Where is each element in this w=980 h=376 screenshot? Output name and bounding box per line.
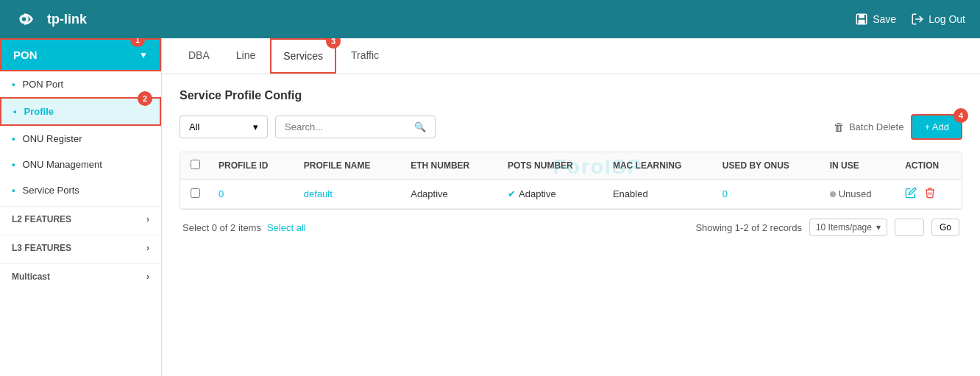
col-profile-name: PROFILE NAME [295,152,402,180]
col-checkbox [180,152,210,180]
sidebar-item-profile[interactable]: 2 • Profile [0,97,161,126]
logout-label: Log Out [928,13,965,25]
header: tp-link Save Log Out [0,0,980,38]
svg-rect-3 [859,14,865,18]
row-action [896,180,962,209]
svg-rect-4 [859,20,865,24]
toolbar-left: All ▾ 🔍 [180,116,436,138]
col-action: ACTION [896,152,962,180]
tab-line-label: Line [236,49,255,61]
filter-chevron-icon: ▾ [253,121,258,132]
profile-name-link[interactable]: default [304,188,333,199]
svg-point-1 [22,17,26,21]
col-eth-number: ETH NUMBER [402,152,499,180]
used-by-onus-link[interactable]: 0 [722,188,728,199]
data-table: PROFILE ID PROFILE NAME ETH NUMBER POTS … [180,152,962,210]
sidebar-item-pon-port[interactable]: • PON Port [0,71,161,97]
row-eth-number: Adaptive [402,180,499,209]
footer-right: Showing 1-2 of 2 records 10 Items/page ▾… [695,219,959,236]
tab-line[interactable]: Line [224,39,267,73]
l2-features-label: L2 FEATURES [12,214,71,224]
logo-text: tp-link [47,12,87,27]
pots-checkmark-icon: ✔ [508,188,516,199]
items-per-page-value: 10 Items/page [816,222,872,233]
sidebar-item-label: ONU Register [23,133,82,144]
search-box: 🔍 [275,116,436,138]
row-checkbox-cell [180,180,210,209]
tab-dba-label: DBA [188,49,210,61]
table-footer: Select 0 of 2 items Select all Showing 1… [180,210,962,245]
main-content: DBA Line 3 Services Traffic ForoISP Serv… [162,38,980,376]
row-profile-id: 0 [210,180,295,209]
sidebar-section-l3[interactable]: L3 FEATURES › [0,235,161,260]
showing-text: Showing 1-2 of 2 records [695,222,802,233]
sidebar-item-label: Profile [24,106,54,117]
sidebar-item-onu-register[interactable]: • ONU Register [0,126,161,152]
trash-icon: 🗑 [834,121,845,133]
dot-icon: • [12,79,15,90]
search-icon: 🔍 [414,121,426,132]
tab-traffic[interactable]: Traffic [339,39,391,73]
sidebar-item-label: ONU Management [23,159,102,170]
chevron-right-icon: › [146,272,149,282]
go-button[interactable]: Go [931,219,959,236]
sidebar-item-onu-management[interactable]: • ONU Management [0,152,161,177]
multicast-label: Multicast [12,272,50,282]
main-layout: 1 PON ▼ • PON Port 2 • Profile • ONU Reg… [0,38,980,376]
dot-icon: • [12,185,15,196]
row-mac-learning: Enabled [604,180,714,209]
table-row: 0 default Adaptive ✔ Adaptive [180,180,962,209]
sidebar-section-multicast[interactable]: Multicast › [0,263,161,289]
batch-delete-button[interactable]: 🗑 Batch Delete [834,121,903,133]
logo: tp-link [15,6,87,32]
batch-delete-label: Batch Delete [849,121,903,132]
dot-icon: • [13,106,17,117]
page-number-input[interactable] [895,219,924,236]
col-profile-id: PROFILE ID [210,152,295,180]
row-in-use: Unused [821,180,896,209]
col-used-by-onus: USED BY ONUS [714,152,821,180]
sidebar-item-label: Service Ports [23,185,79,196]
tp-link-logo-icon [15,6,41,32]
add-button[interactable]: 4 + Add [911,114,962,140]
tab-services[interactable]: 3 Services [270,38,336,74]
row-profile-name: default [295,180,402,209]
action-icons [905,187,953,201]
col-mac-learning: MAC LEARNING [604,152,714,180]
filter-dropdown[interactable]: All ▾ [180,116,268,138]
profile-id-link[interactable]: 0 [219,188,224,199]
row-checkbox[interactable] [191,188,200,198]
toolbar-right: 🗑 Batch Delete 4 + Add [834,114,962,140]
toolbar: All ▾ 🔍 🗑 Batch Delete 4 + Ad [180,114,962,140]
tab-traffic-label: Traffic [351,49,379,61]
delete-icon[interactable] [924,187,936,201]
add-button-badge: 4 [954,108,968,123]
search-input[interactable] [285,121,408,132]
edit-icon[interactable] [905,187,917,201]
tab-services-badge: 3 [326,38,341,49]
filter-value: All [189,121,199,132]
save-label: Save [873,13,896,25]
tabs-bar: DBA Line 3 Services Traffic [162,38,980,74]
sidebar-dropdown-label: PON [13,49,38,61]
col-in-use: IN USE [821,152,896,180]
sidebar-dropdown-badge: 1 [130,38,145,47]
select-count: Select 0 of 2 items [182,222,261,233]
page-title: Service Profile Config [180,89,962,102]
items-per-page-dropdown[interactable]: 10 Items/page ▾ [809,219,887,236]
footer-left: Select 0 of 2 items Select all [182,222,306,233]
table-header-row: PROFILE ID PROFILE NAME ETH NUMBER POTS … [180,152,962,180]
select-all-link[interactable]: Select all [267,222,306,233]
chevron-down-icon: ▾ [876,222,881,233]
logout-button[interactable]: Log Out [911,13,965,26]
select-all-checkbox[interactable] [191,160,200,169]
sidebar-dropdown-pon[interactable]: 1 PON ▼ [0,38,161,71]
sidebar-item-service-ports[interactable]: • Service Ports [0,177,161,203]
tab-dba[interactable]: DBA [177,39,221,73]
in-use-dot [830,191,836,197]
sidebar-section-l2[interactable]: L2 FEATURES › [0,206,161,232]
sidebar: 1 PON ▼ • PON Port 2 • Profile • ONU Reg… [0,38,162,376]
add-label: + Add [924,121,949,132]
chevron-down-icon: ▼ [139,50,148,60]
save-button[interactable]: Save [855,13,896,26]
